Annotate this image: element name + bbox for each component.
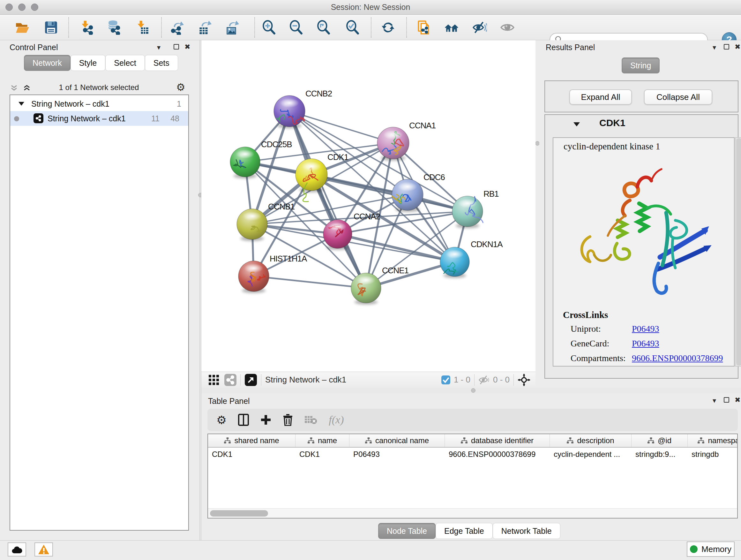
splitter-grip[interactable] xyxy=(535,141,540,145)
open-session-icon[interactable] xyxy=(13,18,31,37)
collapse-all-networks-icon[interactable] xyxy=(10,85,18,91)
refresh-icon[interactable] xyxy=(379,18,397,37)
network-edge[interactable] xyxy=(289,111,393,143)
show-panel-icon[interactable] xyxy=(498,18,516,37)
birdseye-toggle-icon[interactable] xyxy=(518,374,530,386)
crosslink-link[interactable]: 9606.ENSP00000378699 xyxy=(632,353,723,363)
zoom-selected-icon[interactable] xyxy=(344,18,361,37)
network-node-HIST1H1A[interactable]: HIST1H1A xyxy=(239,254,307,293)
collapse-all-button[interactable]: Collapse All xyxy=(644,89,712,105)
cloud-icon xyxy=(11,545,23,554)
tab-select[interactable]: Select xyxy=(105,55,145,71)
grid-view-icon[interactable] xyxy=(208,374,219,385)
float-panel-icon[interactable]: ▾ xyxy=(713,397,716,404)
close-panel-icon[interactable]: ✖ xyxy=(735,396,740,403)
tab-network-table[interactable]: Network Table xyxy=(493,523,560,539)
section-expander-icon[interactable] xyxy=(573,122,580,127)
show-columns-icon[interactable] xyxy=(238,414,249,426)
add-column-icon[interactable] xyxy=(260,415,271,425)
crosslink-label: Compartments: xyxy=(570,353,632,363)
application-window: Session: New Session xyxy=(0,0,741,560)
float-panel-icon[interactable]: ▾ xyxy=(713,44,716,51)
crosslink-link[interactable]: P06493 xyxy=(632,338,659,349)
network-canvas[interactable]: CCNB2CCNA1CDC25BCDK1CDC6RB1CCNB1CCNA2CDK… xyxy=(201,40,536,372)
column-type-icon xyxy=(365,437,372,444)
import-database-icon[interactable] xyxy=(105,18,123,37)
export-network-icon[interactable] xyxy=(167,18,185,37)
save-session-icon[interactable] xyxy=(42,18,60,37)
tab-style[interactable]: Style xyxy=(71,55,106,71)
column-header-canonical-name[interactable]: canonical name xyxy=(349,434,445,447)
selected-checkbox-icon[interactable] xyxy=(441,375,451,385)
separator xyxy=(514,374,514,386)
tab-sets[interactable]: Sets xyxy=(145,55,178,71)
maximize-panel-icon[interactable] xyxy=(174,44,179,50)
selected-count: 1 - 0 xyxy=(454,375,470,385)
node-label: CCNB2 xyxy=(306,89,332,98)
memory-status-dot xyxy=(690,545,697,553)
copy-style-icon[interactable] xyxy=(415,18,433,37)
table-cell: CDK1 xyxy=(208,450,295,459)
column-header-shared-name[interactable]: shared name xyxy=(208,434,295,447)
network-node-CDKN1A[interactable]: CDKN1A xyxy=(440,240,503,278)
table-horizontal-scrollbar[interactable] xyxy=(208,508,737,518)
table-cell: cyclin-dependent ... xyxy=(550,450,631,459)
memory-button[interactable]: Memory xyxy=(687,542,735,557)
export-table-icon[interactable] xyxy=(195,18,213,37)
network-edge-count: 48 xyxy=(171,114,179,123)
float-panel-icon[interactable]: ▾ xyxy=(157,44,160,51)
table-options-gear-icon[interactable]: ⚙ xyxy=(216,414,226,427)
delete-table-icon[interactable] xyxy=(305,415,317,425)
crosslink-row: Uniprot:P06493 xyxy=(570,324,730,334)
first-neighbors-icon[interactable] xyxy=(443,18,461,37)
network-row[interactable]: String Network – cdk1 11 48 xyxy=(10,111,188,126)
column-header-namespace[interactable]: namespace xyxy=(688,434,738,447)
cloud-button[interactable] xyxy=(8,543,26,557)
warnings-button[interactable] xyxy=(35,543,53,557)
network-node-CCNB1[interactable]: CCNB1 xyxy=(237,202,295,241)
table-row[interactable]: CDK1CDK1P064939606.ENSP00000378699cyclin… xyxy=(208,448,737,461)
network-node-CDC6[interactable]: CDC6 xyxy=(392,172,445,212)
tab-edge-table[interactable]: Edge Table xyxy=(435,523,493,539)
close-panel-icon[interactable]: ✖ xyxy=(185,44,190,51)
network-collection-row[interactable]: String Network – cdk1 1 xyxy=(10,97,188,111)
network-type-icon xyxy=(33,113,44,123)
scrollbar-thumb[interactable] xyxy=(210,510,268,516)
column-header-database-identifier[interactable]: database identifier xyxy=(445,434,550,447)
protein-structure-image xyxy=(565,154,724,305)
network-options-gear-icon[interactable]: ⚙ xyxy=(176,81,185,93)
maximize-panel-icon[interactable] xyxy=(724,44,729,50)
maximize-panel-icon[interactable] xyxy=(724,397,729,402)
zoom-fit-icon[interactable] xyxy=(315,18,333,37)
hide-panel-icon[interactable] xyxy=(471,18,488,37)
node-label: HIST1H1A xyxy=(270,254,307,263)
hidden-eye-icon[interactable] xyxy=(478,375,490,385)
network-node-CCNB2[interactable]: CCNB2 xyxy=(274,89,332,128)
close-panel-icon[interactable]: ✖ xyxy=(735,44,740,51)
export-image-icon[interactable] xyxy=(223,18,241,37)
expand-all-button[interactable]: Expand All xyxy=(569,89,632,105)
tree-expander-icon[interactable] xyxy=(18,102,24,106)
zoom-out-icon[interactable] xyxy=(287,18,305,37)
status-bar: Memory xyxy=(0,540,741,560)
tab-string[interactable]: String xyxy=(622,57,660,73)
crosslink-link[interactable]: P06493 xyxy=(632,324,659,334)
column-header--id[interactable]: @id xyxy=(631,434,688,447)
detach-view-icon[interactable] xyxy=(245,374,257,386)
tab-network[interactable]: Network xyxy=(24,55,71,71)
results-scrollbar[interactable] xyxy=(735,137,741,367)
tab-node-table[interactable]: Node Table xyxy=(378,523,435,539)
import-table-icon[interactable] xyxy=(134,18,151,37)
delete-column-icon[interactable] xyxy=(283,414,293,426)
expand-all-networks-icon[interactable] xyxy=(23,85,30,91)
function-builder-icon[interactable]: f(x) xyxy=(329,414,344,426)
column-header-name[interactable]: name xyxy=(295,434,349,447)
network-node-CDC25B[interactable]: CDC25B xyxy=(230,139,292,179)
column-header-description[interactable]: description xyxy=(550,434,631,447)
network-node-RB1[interactable]: RB1 xyxy=(452,189,499,228)
import-network-icon[interactable] xyxy=(78,18,96,37)
zoom-in-icon[interactable] xyxy=(260,18,278,37)
results-panel-splitter[interactable] xyxy=(536,40,539,388)
splitter-grip[interactable] xyxy=(471,388,475,393)
network-overview-icon[interactable] xyxy=(224,374,237,386)
